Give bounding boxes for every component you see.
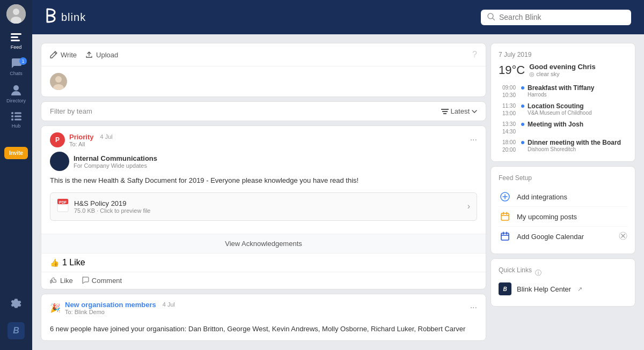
- add-integrations-label: Add integrations: [517, 193, 567, 201]
- svg-rect-3: [11, 33, 21, 35]
- post-1-icon: P: [50, 132, 65, 147]
- svg-rect-28: [501, 213, 509, 220]
- search-input[interactable]: [499, 13, 625, 21]
- post-2: 🎉 New organisation members 4 Jul To: Bli…: [41, 294, 486, 341]
- quick-links-info-icon[interactable]: ⓘ: [535, 269, 541, 278]
- post-1-meta: Priority 4 Jul To: All: [69, 133, 113, 147]
- weather-info: Good evening Chris ◎ clear sky: [529, 63, 596, 78]
- blink-bottom-icon[interactable]: B: [8, 322, 25, 339]
- cal-event-1: 09:00 10:30 Breakfast with Tiffany Harro…: [499, 84, 627, 99]
- sidebar-item-hub[interactable]: Hub: [2, 109, 30, 132]
- content-area: Write Upload ?: [32, 34, 644, 350]
- attachment[interactable]: PDF H&S Policy 2019 75.0 KB · Click to p…: [50, 192, 477, 221]
- sidebar-item-feed[interactable]: Feed: [2, 30, 30, 53]
- svg-point-7: [11, 112, 13, 114]
- filter-latest[interactable]: Latest: [441, 107, 477, 115]
- blink-help-label: Blink Help Center: [517, 285, 571, 293]
- svg-point-9: [11, 115, 13, 117]
- upcoming-posts-icon: [499, 210, 511, 223]
- chats-badge: 1: [19, 57, 27, 65]
- chats-label: Chats: [10, 71, 23, 76]
- comment-label: Comment: [92, 277, 122, 285]
- compose-box: Write Upload ?: [41, 43, 486, 97]
- google-calendar-label: Add Google Calendar: [517, 233, 584, 241]
- hub-icon: [11, 112, 21, 122]
- post-1-reactions: 👍 1 Like: [41, 253, 486, 272]
- write-button[interactable]: Write: [50, 51, 77, 59]
- cal-dot-4: [521, 141, 524, 144]
- pdf-icon: PDF: [57, 198, 69, 215]
- upload-button[interactable]: Upload: [85, 51, 118, 59]
- cal-event-1-time: 09:00 10:30: [499, 84, 516, 99]
- cal-event-4: 18:00 20:00 Dinner meeting with the Boar…: [499, 139, 627, 154]
- channel-name: Internal Communications: [74, 154, 157, 162]
- filter-team-label[interactable]: Filter by team: [50, 107, 92, 115]
- quick-links-widget: Quick Links ⓘ B Blink Help Center ↗: [491, 258, 635, 307]
- cal-event-2: 11:30 13:00 Location Scouting V&A Museum…: [499, 102, 627, 117]
- svg-point-11: [11, 118, 13, 121]
- like-count: 1 Like: [62, 258, 85, 267]
- sidebar-item-chats[interactable]: Chats 1: [2, 55, 30, 79]
- attachment-info: H&S Policy 2019 75.0 KB · Click to previ…: [74, 199, 150, 214]
- attachment-name: H&S Policy 2019: [74, 199, 150, 207]
- svg-rect-5: [11, 40, 20, 41]
- blink-help-icon: B: [499, 282, 511, 295]
- svg-rect-20: [442, 111, 448, 112]
- header: blink: [32, 0, 644, 34]
- cal-event-3-name: Meeting with Josh: [528, 121, 583, 128]
- add-integrations-item[interactable]: Add integrations: [499, 187, 627, 207]
- temperature: 19°C: [499, 63, 525, 77]
- calendar-date: 7 July 2019: [499, 51, 627, 58]
- attachment-size: 75.0 KB · Click to preview file: [74, 207, 150, 214]
- invite-button[interactable]: Invite: [4, 147, 28, 159]
- settings-button[interactable]: [2, 295, 30, 316]
- feed-label: Feed: [11, 44, 22, 50]
- feed-setup-widget: Feed Setup Add integrations My upcoming …: [491, 166, 635, 254]
- google-calendar-close[interactable]: [619, 232, 627, 242]
- comment-button[interactable]: Comment: [82, 277, 122, 285]
- logo-letter: [45, 8, 57, 26]
- upload-label: Upload: [96, 51, 118, 59]
- svg-point-17: [55, 76, 62, 83]
- cal-event-2-place: V&A Museum of Childhood: [528, 110, 592, 116]
- sidebar-item-directory[interactable]: Directory: [2, 81, 30, 107]
- channel-desc: For Company Wide updates: [74, 162, 157, 169]
- post-2-menu[interactable]: ···: [470, 303, 477, 312]
- blink-help-center-link[interactable]: B Blink Help Center ↗: [499, 279, 627, 299]
- channel-avatar: [50, 152, 69, 171]
- svg-text:PDF: PDF: [59, 200, 67, 204]
- add-google-calendar-item[interactable]: Add Google Calendar: [499, 227, 627, 246]
- like-button[interactable]: Like: [50, 277, 73, 285]
- svg-point-6: [13, 85, 19, 91]
- compose-help-icon[interactable]: ?: [472, 50, 477, 59]
- view-acknowledgements[interactable]: View Acknowledgements: [41, 234, 486, 253]
- svg-point-1: [13, 9, 19, 15]
- channel-info: Internal Communications For Company Wide…: [74, 154, 157, 169]
- like-label: Like: [60, 277, 73, 285]
- post-2-meta: New organisation members 4 Jul To: Blink…: [65, 301, 175, 315]
- party-icon: 🎉: [50, 303, 61, 313]
- feed-setup-title: Feed Setup: [499, 174, 627, 182]
- sidebar: Feed Chats 1 Directory Hub I: [0, 0, 32, 350]
- cal-event-2-name: Location Scouting: [528, 102, 592, 110]
- post-1-source: P Priority 4 Jul To: All: [50, 132, 113, 147]
- my-upcoming-posts-item[interactable]: My upcoming posts: [499, 207, 627, 227]
- logo: blink: [45, 8, 86, 26]
- avatar[interactable]: [6, 4, 26, 24]
- post-2-to: To: Blink Demo: [65, 309, 175, 315]
- search-bar[interactable]: [481, 10, 631, 25]
- main-content: blink Write Upload: [32, 0, 644, 350]
- compose-body: [41, 66, 486, 96]
- post-1-text: This is the new Health & Safty Document …: [50, 175, 477, 186]
- cal-event-3-time: 13:30 14:30: [499, 121, 516, 136]
- cal-event-4-time: 18:00 20:00: [499, 139, 516, 154]
- post-2-source-name: New organisation members: [65, 301, 156, 309]
- svg-rect-21: [443, 113, 447, 114]
- svg-rect-12: [14, 119, 21, 121]
- quick-links-title-row: Quick Links ⓘ: [499, 266, 627, 279]
- post-1: P Priority 4 Jul To: All ···: [41, 125, 486, 289]
- settings-icon: [11, 299, 21, 311]
- directory-label: Directory: [6, 98, 26, 103]
- post-1-menu[interactable]: ···: [470, 135, 477, 145]
- sky-condition: ◎ clear sky: [529, 71, 596, 78]
